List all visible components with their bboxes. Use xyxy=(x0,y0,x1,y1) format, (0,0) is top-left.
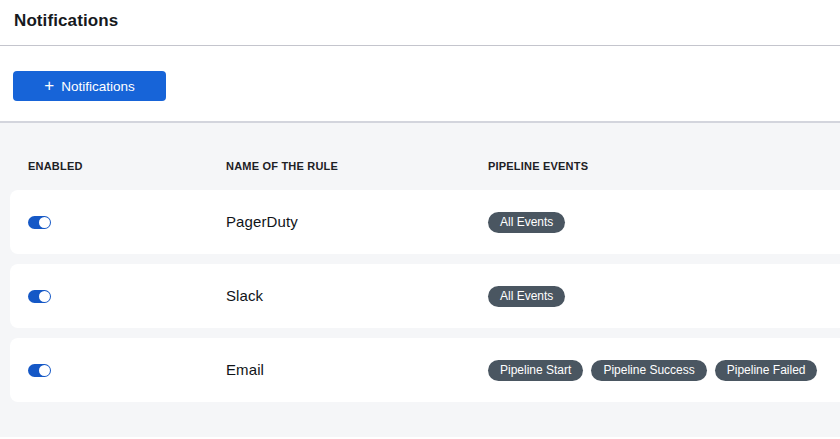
notifications-table: Enabled Name of the rule Pipeline Events… xyxy=(0,121,840,437)
event-badge: Pipeline Success xyxy=(591,360,706,381)
column-header-enabled: Enabled xyxy=(28,160,226,172)
table-row-pagerduty: PagerDuty All Events xyxy=(10,190,840,254)
page-header: Notifications xyxy=(0,0,840,46)
rule-name: Slack xyxy=(226,287,263,304)
add-notifications-button[interactable]: + Notifications xyxy=(13,71,166,101)
column-header-name: Name of the rule xyxy=(226,160,488,172)
event-badge: All Events xyxy=(488,212,565,233)
enabled-toggle[interactable] xyxy=(28,364,51,377)
column-header-pipeline-events: Pipeline Events xyxy=(488,160,840,172)
add-notifications-button-label: Notifications xyxy=(61,79,135,94)
event-badge: Pipeline Start xyxy=(488,360,583,381)
table-row-email: Email Pipeline Start Pipeline Success Pi… xyxy=(10,338,840,402)
event-badge: All Events xyxy=(488,286,565,307)
table-row-slack: Slack All Events xyxy=(10,264,840,328)
page-title: Notifications xyxy=(14,11,826,31)
toggle-knob xyxy=(39,291,50,302)
toggle-knob xyxy=(39,365,50,376)
rule-name: PagerDuty xyxy=(226,213,298,230)
toolbar: + Notifications xyxy=(0,46,840,121)
plus-icon: + xyxy=(44,77,54,94)
enabled-toggle[interactable] xyxy=(28,290,51,303)
enabled-toggle[interactable] xyxy=(28,216,51,229)
rule-name: Email xyxy=(226,361,264,378)
table-rows: PagerDuty All Events Slack All Events xyxy=(0,190,840,402)
table-header: Enabled Name of the rule Pipeline Events xyxy=(10,123,840,172)
event-badge: Pipeline Failed xyxy=(715,360,818,381)
toggle-knob xyxy=(39,217,50,228)
